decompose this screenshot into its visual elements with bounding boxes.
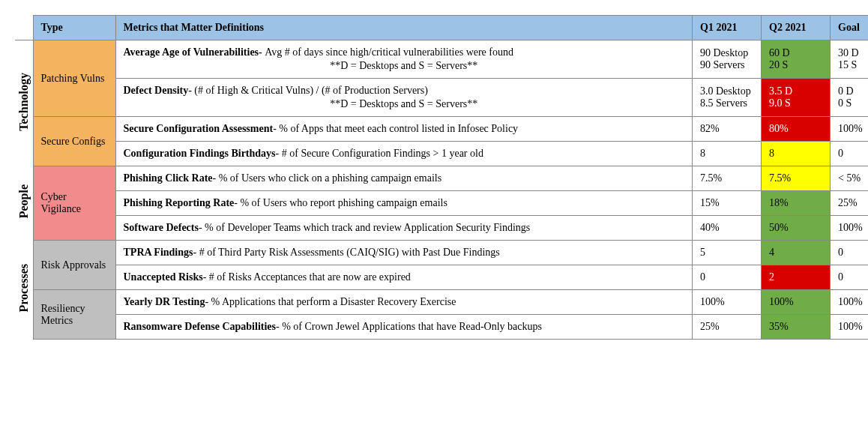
q2-cell: 80%: [762, 117, 831, 142]
metric-note: **D = Desktops and S = Servers**: [124, 98, 685, 110]
table-row: Processes Risk Approvals TPRA Findings- …: [15, 241, 868, 265]
goal-cell: 30 D 15 S: [831, 40, 869, 79]
header-metrics: Metrics that Matter Definitions: [115, 16, 693, 40]
header-goal: Goal: [831, 16, 869, 40]
goal-cell: 100%: [831, 117, 869, 142]
metric-title: Unaccepted Risks: [124, 271, 203, 283]
metric-cell: TPRA Findings- # of Third Party Risk Ass…: [115, 241, 693, 265]
vlabel-technology: Technology: [15, 40, 33, 166]
metric-desc: - # of Third Party Risk Assessments (CAI…: [193, 247, 499, 258]
metric-cell: Ransomware Defense Capabilities- % of Cr…: [115, 315, 693, 340]
metric-desc: - % of Users who report phishing campaig…: [234, 197, 447, 208]
table-row: Unaccepted Risks- # of Risks Acceptances…: [15, 265, 868, 290]
q1-cell: 82%: [693, 117, 762, 142]
table-row: Defect Density- (# of High & Critical Vu…: [15, 79, 868, 117]
q2-cell: 18%: [762, 191, 831, 216]
q1-cell: 8: [693, 142, 762, 166]
metric-desc: - % of Users who click on a phishing cam…: [213, 172, 442, 184]
type-cyber: Cyber Vigilance: [33, 166, 115, 241]
table-row: Phishing Reporting Rate- % of Users who …: [15, 191, 868, 216]
header-type: Type: [33, 16, 115, 40]
table-row: Configuration Findings Birthdays- # of S…: [15, 142, 868, 166]
q2-cell: 2: [762, 265, 831, 290]
type-patching: Patching Vulns: [33, 40, 115, 117]
metric-cell: Average Age of Vulnerabilities- Avg # of…: [115, 40, 693, 79]
metric-title: Average Age of Vulnerabilities-: [124, 46, 265, 58]
metric-desc: - (# of High & Critical Vulns) / (# of P…: [188, 85, 428, 96]
vlabel-people: People: [15, 166, 33, 241]
table-row: Software Defects- % of Developer Teams w…: [15, 216, 868, 241]
metric-title: Defect Density: [124, 85, 189, 96]
table-row: Technology Patching Vulns Average Age of…: [15, 40, 868, 79]
table-row: Secure Configs Secure Configuration Asse…: [15, 117, 868, 142]
metric-desc: - % of Apps that meet each control liste…: [273, 123, 518, 134]
goal-cell: 0 D 0 S: [831, 79, 869, 117]
metric-desc: Avg # of days since high/critical vulner…: [265, 46, 513, 58]
metric-title: Phishing Click Rate: [124, 172, 213, 184]
metric-desc: - % of Crown Jewel Applications that hav…: [276, 321, 542, 332]
metric-cell: Defect Density- (# of High & Critical Vu…: [115, 79, 693, 117]
metric-cell: Software Defects- % of Developer Teams w…: [115, 216, 693, 241]
type-resiliency: Resiliency Metrics: [33, 290, 115, 340]
metric-title: Software Defects: [124, 222, 199, 233]
q1-cell: 5: [693, 241, 762, 265]
corner-cell: [15, 16, 33, 40]
metric-cell: Secure Configuration Assessment- % of Ap…: [115, 117, 693, 142]
metric-desc: - % Applications that perform a Disaster…: [205, 296, 456, 307]
type-risk: Risk Approvals: [33, 241, 115, 290]
table-row: Resiliency Metrics Yearly DR Testing- % …: [15, 290, 868, 315]
q2-cell: 60 D 20 S: [762, 40, 831, 79]
q1-cell: 3.0 Desktop 8.5 Servers: [693, 79, 762, 117]
metric-title: Configuration Findings Birthdays: [124, 148, 276, 159]
goal-cell: 0: [831, 142, 869, 166]
header-q2: Q2 2021: [762, 16, 831, 40]
q1-cell: 15%: [693, 191, 762, 216]
metric-cell: Configuration Findings Birthdays- # of S…: [115, 142, 693, 166]
metric-title: Ransomware Defense Capabilities: [124, 321, 277, 332]
q1-cell: 100%: [693, 290, 762, 315]
table-row: Ransomware Defense Capabilities- % of Cr…: [15, 315, 868, 340]
metric-cell: Unaccepted Risks- # of Risks Acceptances…: [115, 265, 693, 290]
table-row: People Cyber Vigilance Phishing Click Ra…: [15, 166, 868, 191]
q2-cell: 4: [762, 241, 831, 265]
metric-title: Yearly DR Testing: [124, 296, 205, 307]
goal-cell: 100%: [831, 315, 869, 340]
goal-cell: 25%: [831, 191, 869, 216]
metric-title: Phishing Reporting Rate: [124, 197, 235, 208]
type-secure: Secure Configs: [33, 117, 115, 166]
metric-title: Secure Configuration Assessment: [124, 123, 274, 134]
q1-cell: 7.5%: [693, 166, 762, 191]
q1-cell: 0: [693, 265, 762, 290]
metric-cell: Phishing Click Rate- % of Users who clic…: [115, 166, 693, 191]
q2-cell: 35%: [762, 315, 831, 340]
q1-cell: 25%: [693, 315, 762, 340]
header-row: Type Metrics that Matter Definitions Q1 …: [15, 16, 868, 40]
goal-cell: 0: [831, 265, 869, 290]
q2-cell: 100%: [762, 290, 831, 315]
header-q1: Q1 2021: [693, 16, 762, 40]
metric-desc: - # of Risks Acceptances that are now ar…: [203, 271, 411, 283]
metric-cell: Phishing Reporting Rate- % of Users who …: [115, 191, 693, 216]
goal-cell: 0: [831, 241, 869, 265]
q2-cell: 8: [762, 142, 831, 166]
q1-cell: 90 Desktop 90 Servers: [693, 40, 762, 79]
goal-cell: 100%: [831, 290, 869, 315]
q1-cell: 40%: [693, 216, 762, 241]
metric-desc: - % of Developer Teams which track and r…: [199, 222, 530, 233]
goal-cell: < 5%: [831, 166, 869, 191]
metric-note: **D = Desktops and S = Servers**: [124, 60, 685, 72]
metric-title: TPRA Findings: [124, 247, 193, 258]
vlabel-processes: Processes: [15, 241, 33, 340]
metric-desc: - # of Secure Configuration Findings > 1…: [276, 148, 483, 159]
metric-cell: Yearly DR Testing- % Applications that p…: [115, 290, 693, 315]
goal-cell: 100%: [831, 216, 869, 241]
q2-cell: 7.5%: [762, 166, 831, 191]
q2-cell: 3.5 D 9.0 S: [762, 79, 831, 117]
metrics-table: Type Metrics that Matter Definitions Q1 …: [15, 15, 868, 340]
q2-cell: 50%: [762, 216, 831, 241]
